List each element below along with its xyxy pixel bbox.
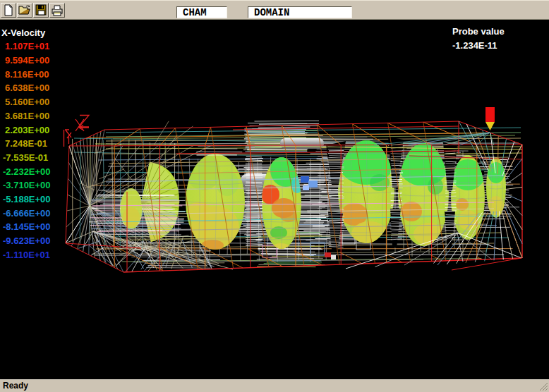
- svg-text:6.638E+00: 6.638E+00: [5, 82, 49, 93]
- svg-text:-9.623E+00: -9.623E+00: [3, 235, 51, 246]
- svg-text:-8.145E+00: -8.145E+00: [3, 221, 51, 232]
- svg-text:-1.110E+01: -1.110E+01: [3, 250, 50, 260]
- svg-text:-3.710E+00: -3.710E+00: [3, 180, 51, 190]
- svg-text:-1.234E-11: -1.234E-11: [452, 40, 497, 51]
- svg-text:9.594E+00: 9.594E+00: [5, 55, 49, 66]
- svg-text:1.107E+01: 1.107E+01: [5, 41, 49, 51]
- svg-text:-6.666E+00: -6.666E+00: [3, 208, 51, 219]
- svg-text:X-Velocity: X-Velocity: [1, 27, 46, 38]
- svg-text:8.116E+00: 8.116E+00: [5, 69, 49, 80]
- svg-text:2.203E+00: 2.203E+00: [5, 125, 49, 135]
- svg-text:5.160E+00: 5.160E+00: [5, 97, 49, 107]
- svg-text:3.681E+00: 3.681E+00: [5, 111, 49, 121]
- svg-text:Probe value: Probe value: [452, 26, 505, 37]
- svg-text:-5.188E+00: -5.188E+00: [3, 194, 51, 204]
- svg-text:-2.232E+00: -2.232E+00: [3, 166, 51, 177]
- svg-text:7.248E-01: 7.248E-01: [5, 138, 47, 149]
- svg-text:-7.535E-01: -7.535E-01: [3, 152, 48, 163]
